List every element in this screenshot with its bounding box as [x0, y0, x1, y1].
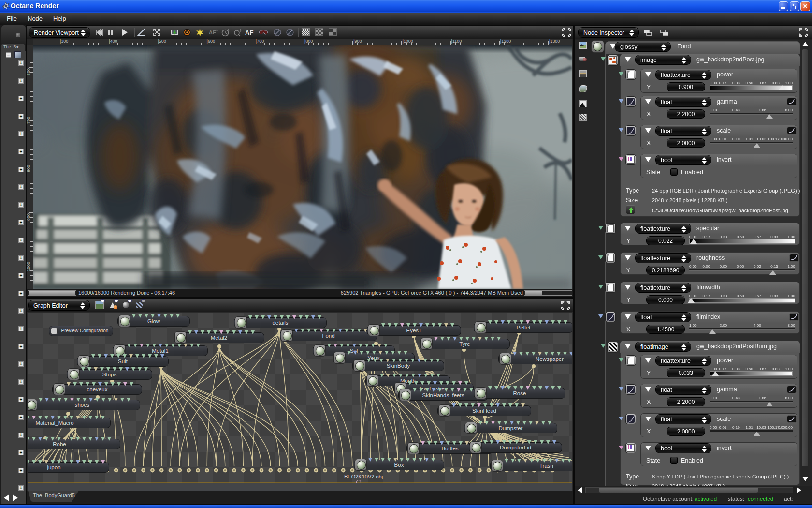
svg-text:AF: AF [245, 29, 253, 36]
svg-text:AF: AF [209, 30, 216, 35]
